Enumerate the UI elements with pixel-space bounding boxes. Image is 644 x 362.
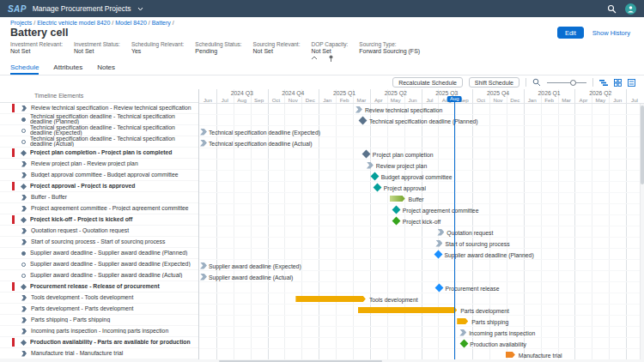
gantt-task-marker[interactable] [200,262,207,269]
shift-schedule-button[interactable]: Shift Schedule [469,77,519,87]
critical-indicator [12,338,15,347]
gantt-milestone-marker[interactable] [392,217,401,226]
timeline-element-label: Quotation request - Quotation request [31,228,132,233]
gantt-task-marker[interactable] [200,140,207,147]
gantt-row: Review project plan [199,160,644,171]
timeline-element-row[interactable]: Parts development - Parts development [0,304,198,315]
gantt-task-marker[interactable] [459,329,466,336]
app-title[interactable]: Manage Procurement Projects [33,4,131,13]
breadcrumb-link[interactable]: Electric vehicle model 8420 [37,20,110,26]
zoom-icon[interactable] [532,78,541,87]
scrollbar-thumb[interactable] [641,106,644,184]
scrollbar-thumb[interactable] [219,360,382,362]
timeline-element-row[interactable]: Start of sourcing process - Start of sou… [0,237,198,248]
breadcrumb-link[interactable]: Battery [152,20,171,26]
timeline-element-row[interactable]: Supplier award deadline - Supplier award… [0,270,198,281]
gantt-bar[interactable] [506,352,515,358]
critical-indicator [12,104,15,112]
gantt-bar[interactable] [295,296,366,302]
sap-logo[interactable]: SAP [8,4,27,14]
gantt-row: Project agreement committee [199,204,644,215]
timeline-quarter-label: 2026 Q1 [524,89,575,96]
page-title: Battery cell [10,27,68,39]
timeline-element-row[interactable]: Project approval - Project is approved [0,181,198,192]
collapse-header-icon[interactable] [311,56,318,60]
timeline-element-row[interactable]: Budget approval committee - Budget appro… [0,170,198,181]
gantt-row: Budget approval committee [199,171,644,182]
show-history-button[interactable]: Show History [589,27,634,38]
gantt-milestone-marker[interactable] [359,117,368,125]
tab-bar: ScheduleAttributesNotes [0,61,644,75]
tab-attributes[interactable]: Attributes [53,63,82,75]
timeline-element-row[interactable]: Buffer - Buffer [0,192,198,203]
task-icon [21,351,27,357]
timeline-element-row[interactable]: Procurement release - Release of procure… [0,281,198,293]
timeline-element-row[interactable]: Incoming parts inspection - Incoming par… [0,326,198,337]
breadcrumb-link[interactable]: Projects [10,20,32,26]
legend-icon[interactable] [628,79,635,87]
header-facets: Investment Relevant:Not SetInvestment St… [0,39,644,55]
timeline-element-row[interactable]: Review technical specification - Review … [0,103,198,114]
gantt-bar[interactable] [457,318,468,324]
gantt-milestone-marker[interactable] [392,206,401,214]
tab-notes[interactable]: Notes [97,63,115,75]
vertical-scrollbar[interactable] [640,104,644,359]
gantt-label: Review technical specification [365,107,442,113]
gantt-task-marker[interactable] [435,240,442,247]
gantt-row: Supplier award deadline (Actual) [199,271,644,282]
task-icon [21,161,27,167]
critical-indicator [12,282,15,291]
grid-view-icon[interactable] [614,79,622,87]
timeline-element-row[interactable]: Quotation request - Quotation request [0,226,198,237]
gantt-bar[interactable] [390,196,405,202]
timeline-element-row[interactable]: Technical specification deadline - Techn… [0,114,198,125]
search-icon[interactable] [607,4,617,14]
milestone-icon [21,183,27,189]
tab-schedule[interactable]: Schedule [10,63,39,75]
zoom-slider-handle[interactable] [570,80,576,86]
gantt-milestone-marker[interactable] [371,172,380,181]
timeline-element-row[interactable]: Technical specification deadline - Techn… [0,136,198,148]
recalculate-schedule-button[interactable]: Recalculate Schedule [392,77,463,87]
gantt-milestone-marker[interactable] [362,150,371,159]
zoom-slider[interactable] [547,79,586,87]
gantt-milestone-marker[interactable] [459,340,468,348]
gantt-milestone-marker[interactable] [434,284,443,293]
gantt-task-marker[interactable] [437,229,444,236]
avatar[interactable] [625,3,636,15]
breadcrumb-link[interactable]: Model 8420 [115,20,147,26]
gantt-label: Project kick-off [403,219,440,225]
gantt-bar[interactable] [358,307,457,313]
timeline-element-row[interactable]: Production availability - Parts are avai… [0,337,198,348]
timeline-element-row[interactable]: Project kick-off - Project is kicked off [0,214,198,226]
gantt-view-icon[interactable] [599,79,608,87]
gantt-milestone-marker[interactable] [374,184,382,192]
timeline-element-row[interactable]: Parts shipping - Parts shipping [0,315,198,326]
gantt-label: Project agreement committee [403,208,479,214]
task-icon [21,195,27,201]
milestone-icon [21,283,27,289]
timeline-element-label: Production availability - Parts are avai… [30,340,194,345]
gantt-milestone-marker[interactable] [434,250,442,259]
timeline-element-row[interactable]: Supplier award deadline - Supplier award… [0,259,198,270]
timeline-element-row[interactable]: Tools development - Tools development [0,293,198,304]
timeline-element-row[interactable]: Project plan completion - Project plan i… [0,148,198,159]
timeline-element-label: Start of sourcing process - Start of sou… [31,239,168,244]
facet-value: Not Set [74,48,120,55]
timeline-element-row[interactable]: Review project plan - Review project pla… [0,159,198,170]
timeline-element-row[interactable]: Project agreement committee - Project ag… [0,203,198,214]
gantt-task-marker[interactable] [355,106,362,113]
chevron-down-icon[interactable] [137,7,143,11]
gantt-task-marker[interactable] [367,162,374,169]
pin-header-icon[interactable] [328,55,334,62]
timeline-element-row[interactable]: Supplier award deadline - Supplier award… [0,248,198,259]
gantt-task-marker[interactable] [200,129,207,136]
task-icon [21,106,27,112]
facet-label: DOP Capacity: [311,41,348,48]
timeline-quarter-label: 2025 Q4 [472,89,524,96]
gantt-task-marker[interactable] [200,274,207,281]
timeline-element-row[interactable]: Technical specification deadline - Techn… [0,125,198,136]
edit-button[interactable]: Edit [557,27,584,39]
timeline-element-label: Technical specification deadline - Techn… [30,125,198,136]
timeline-element-row[interactable]: Manufacture trial - Manufacture trial [0,348,198,359]
